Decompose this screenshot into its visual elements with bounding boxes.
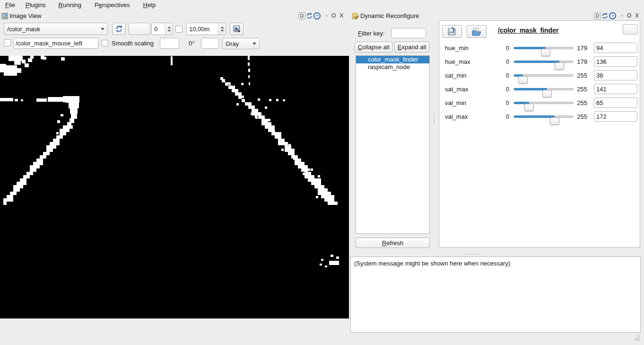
param-max: 255 — [573, 99, 587, 106]
reconfigure-dock-buttons: D ? - O X — [594, 11, 641, 20]
param-slider-fill — [514, 115, 555, 118]
system-message-box[interactable]: (System message might be shown here when… — [350, 257, 641, 333]
dock-close-button[interactable]: X — [338, 12, 345, 19]
image-view-icon — [1, 13, 8, 19]
param-value-input[interactable]: 136 — [594, 56, 637, 67]
dock-help-icon[interactable]: ? — [313, 12, 321, 19]
chevron-down-icon — [252, 43, 256, 45]
image-view-canvas[interactable] — [0, 56, 349, 318]
dock-reload-icon[interactable] — [601, 12, 609, 19]
save-params-button[interactable] — [442, 25, 462, 38]
dynamic-reconfigure-icon — [352, 12, 359, 19]
param-label: val_max — [445, 113, 468, 120]
close-node-button[interactable] — [623, 24, 638, 35]
mouse-topic-input[interactable]: /color_mask_mouse_left — [13, 38, 98, 49]
max-range-value: 10,00m — [187, 26, 218, 33]
param-label: val_min — [445, 99, 466, 106]
param-row: sat_min 0 255 38 — [439, 69, 640, 82]
param-label: hue_max — [445, 58, 470, 65]
menu-file[interactable]: File — [0, 0, 20, 10]
rqt-main-window: FilePluginsRunningPerspectivesHelp Image… — [0, 0, 644, 345]
image-view-titlebar: Image View — [1, 12, 42, 20]
dock-d-button[interactable]: D — [594, 12, 601, 19]
param-slider-track[interactable] — [513, 47, 574, 49]
save-image-icon — [233, 25, 241, 33]
param-slider-track[interactable] — [513, 115, 574, 118]
param-min: 0 — [500, 72, 509, 79]
param-value-input[interactable]: 65 — [594, 97, 637, 108]
param-value-input[interactable]: 38 — [594, 70, 637, 80]
menu-perspectives[interactable]: Perspectives — [89, 0, 135, 10]
dock-help-icon[interactable]: ? — [609, 12, 616, 19]
open-file-icon — [471, 27, 482, 36]
blank-input-1[interactable] — [160, 38, 179, 49]
spin-arrows[interactable] — [218, 23, 226, 35]
node-tree: color_mask_finderraspicam_node — [356, 55, 430, 234]
horizontal-splitter[interactable] — [466, 254, 479, 255]
node-item-color_mask_finder[interactable]: color_mask_finder — [356, 56, 429, 63]
param-value-input[interactable]: 141 — [594, 84, 637, 94]
expand-all-button[interactable]: Expand all — [394, 42, 429, 53]
param-row: val_min 0 255 65 — [439, 96, 640, 110]
vertical-splitter[interactable] — [434, 113, 435, 123]
param-max: 255 — [573, 113, 587, 120]
max-range-spinbox[interactable]: 10,00m — [186, 23, 226, 35]
node-item-raspicam_node[interactable]: raspicam_node — [356, 63, 429, 71]
param-min: 0 — [500, 86, 509, 93]
param-value-input[interactable]: 172 — [594, 111, 637, 122]
menu-bar: FilePluginsRunningPerspectivesHelp — [0, 0, 644, 10]
parameter-panel: /color_mask_finder hue_min 0 179 94 hue_… — [439, 20, 640, 248]
dock-d-button[interactable]: D — [298, 12, 305, 19]
resize-grip[interactable] — [634, 335, 640, 341]
param-min: 0 — [500, 58, 509, 65]
filter-key-input[interactable] — [391, 28, 426, 38]
param-slider-track[interactable] — [513, 74, 574, 77]
save-to-file-icon — [447, 27, 457, 36]
reconfigure-titlebar: Dynamic Reconfigure — [352, 12, 419, 20]
colormap-combo[interactable]: Gray — [222, 38, 260, 49]
dock-minimize-button[interactable]: - — [619, 12, 625, 19]
dock-minimize-button[interactable]: - — [324, 12, 330, 19]
param-min: 0 — [500, 44, 509, 52]
dock-close-button[interactable]: X — [633, 12, 641, 19]
menu-running[interactable]: Running — [53, 0, 87, 10]
param-label: sat_max — [445, 86, 468, 93]
param-slider-track[interactable] — [513, 88, 574, 90]
param-max: 179 — [573, 58, 587, 65]
spin-arrows[interactable] — [165, 23, 173, 35]
chevron-down-icon — [101, 28, 104, 30]
collapse-all-button[interactable]: Collapse all — [355, 42, 392, 53]
refresh-icon — [115, 25, 123, 33]
blank-button[interactable] — [129, 23, 150, 35]
param-min: 0 — [500, 99, 509, 106]
smooth-scaling-checkbox[interactable] — [102, 40, 108, 46]
dock-restore-button[interactable]: O — [625, 12, 633, 19]
param-row: hue_min 0 179 94 — [439, 41, 640, 55]
param-slider-track[interactable] — [513, 102, 574, 104]
load-params-button[interactable] — [467, 25, 487, 38]
dock-reload-icon[interactable] — [305, 12, 313, 19]
param-slider-fill — [514, 61, 559, 63]
param-value-input[interactable]: 94 — [594, 43, 637, 53]
menu-plugins[interactable]: Plugins — [20, 0, 51, 10]
dock-restore-button[interactable]: O — [330, 12, 338, 19]
blank-input-2[interactable] — [201, 38, 219, 49]
param-slider-handle[interactable] — [550, 117, 559, 125]
param-slider-track[interactable] — [513, 61, 574, 63]
filter-key-label: Filter key: — [358, 28, 384, 38]
refresh-topics-button[interactable] — [112, 23, 126, 35]
image-topic-combo[interactable]: /color_mask — [4, 23, 108, 35]
dynamic-range-checkbox[interactable] — [175, 26, 183, 33]
refresh-nodes-button[interactable]: Refresh — [356, 238, 430, 248]
publish-mouse-checkbox[interactable] — [4, 39, 11, 46]
param-max: 179 — [573, 44, 587, 52]
param-min: 0 — [500, 113, 509, 120]
save-image-button[interactable] — [230, 23, 244, 35]
param-max: 255 — [573, 72, 587, 79]
image-view-dock-buttons: D ? - O X — [298, 11, 345, 20]
param-row: sat_max 0 255 141 — [439, 82, 640, 96]
menu-help[interactable]: Help — [138, 0, 161, 10]
svg-text:?: ? — [611, 14, 614, 18]
zoom-spinbox[interactable]: 0 — [151, 23, 173, 35]
image-view-title: Image View — [9, 12, 42, 19]
